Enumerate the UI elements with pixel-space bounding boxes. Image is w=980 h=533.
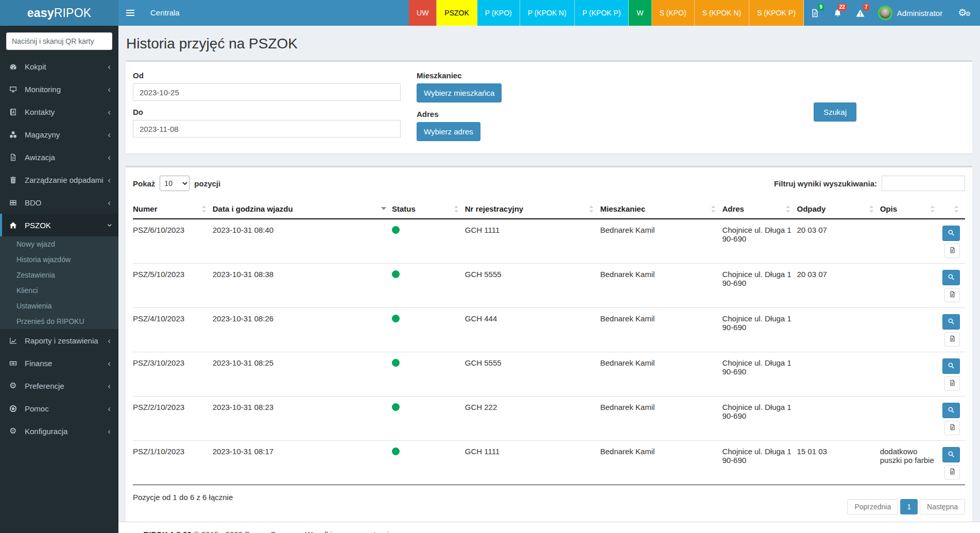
submenu-item-nowy-wjazd[interactable]: Nowy wjazd [0, 236, 118, 252]
page-length-control: Pokaż 10 pozycji [133, 176, 220, 191]
pagination-next-button[interactable]: Następna [920, 499, 965, 514]
gears-icon: ⚙ [9, 427, 21, 435]
column-header-mieszkaniec[interactable]: Mieszkaniec [600, 198, 722, 219]
qr-scan-input[interactable] [6, 32, 112, 50]
sort-both-icon [589, 205, 594, 213]
column-label: Mieszkaniec [600, 204, 645, 213]
chevron-left-icon: ‹ [108, 404, 111, 413]
sidebar-item-kontakty[interactable]: Kontakty‹ [0, 100, 118, 123]
column-header-actions[interactable] [941, 198, 965, 219]
submenu-item-przenieś-do-ripoku[interactable]: Przenieś do RIPOKU [0, 314, 118, 329]
sidebar-item-monitoring[interactable]: Monitoring‹ [0, 78, 118, 100]
module-button-p-kpo[interactable]: P (KPO) [477, 0, 520, 26]
sort-both-icon [954, 205, 959, 213]
pszok-submenu: Nowy wjazdHistoria wjazdówZestawieniaKli… [0, 236, 118, 329]
file-text-icon [9, 153, 21, 161]
app-logo[interactable]: easyRIPOK [0, 0, 118, 26]
module-button-s-kpo[interactable]: S (KPO) [652, 0, 695, 26]
view-entry-button[interactable] [942, 447, 960, 462]
sort-both-icon [869, 205, 874, 213]
cell-actions [941, 397, 965, 441]
sidebar-item-raporty-i-zestawienia[interactable]: Raporty i zestawienia‹ [0, 329, 118, 352]
document-button[interactable] [944, 244, 960, 258]
chevron-left-icon: ‹ [108, 336, 111, 345]
module-button-w[interactable]: W [629, 0, 651, 26]
from-date-input[interactable] [133, 83, 401, 101]
sidebar-item-kokpit[interactable]: Kokpit‹ [0, 55, 118, 78]
sidebar-item-zarządzanie-odpadami[interactable]: Zarządzanie odpadami‹ [0, 168, 118, 191]
column-header-odpady[interactable]: Odpady [797, 198, 880, 219]
to-date-input[interactable] [133, 120, 401, 137]
cell-nr-rejestracyjny: GCH 5555 [465, 264, 600, 308]
column-header-numer[interactable]: Numer [133, 198, 213, 219]
column-label: Data i godzina wjazdu [213, 204, 293, 213]
column-header-status[interactable]: Status [392, 198, 465, 219]
cell-mieszkaniec: Bednarek Kamil [600, 308, 722, 352]
view-entry-button[interactable] [942, 403, 960, 418]
bell-menu-button[interactable]: 22 [827, 0, 849, 26]
submenu-item-klienci[interactable]: Klienci [0, 283, 118, 298]
module-button-uw[interactable]: UW [409, 0, 437, 26]
document-button[interactable] [944, 421, 960, 435]
column-header-opis[interactable]: Opis [880, 198, 941, 219]
sidebar-item-label: Awizacja [25, 153, 108, 162]
cell-mieszkaniec: Bednarek Kamil [600, 441, 722, 485]
cell-opis: dodatkowo puszki po farbie [880, 441, 941, 485]
module-button-p-kpok-n[interactable]: P (KPOK N) [520, 0, 575, 26]
view-entry-button[interactable] [942, 358, 960, 374]
table-filter-input[interactable] [882, 176, 965, 191]
sidebar-item-konfiguracja[interactable]: ⚙Konfiguracja‹ [0, 420, 118, 442]
pagination-page-1-button[interactable]: 1 [900, 499, 918, 514]
view-entry-button[interactable] [942, 270, 960, 285]
body-row: Kokpit‹Monitoring‹Kontakty‹Magazyny‹Awiz… [0, 26, 980, 533]
sidebar-item-finanse[interactable]: Finanse‹ [0, 352, 118, 374]
module-button-pszok[interactable]: PSZOK [437, 0, 477, 26]
choose-address-button[interactable]: Wybierz adres [417, 122, 480, 141]
document-button[interactable] [944, 288, 960, 302]
submenu-item-historia-wjazdów[interactable]: Historia wjazdów [0, 252, 118, 267]
sidebar-item-pszok[interactable]: PSZOK‹ [0, 214, 118, 236]
entries-label: pozycji [194, 179, 220, 188]
column-header-adres[interactable]: Adres [722, 198, 797, 219]
submenu-item-zestawienia[interactable]: Zestawienia [0, 267, 118, 283]
user-menu[interactable]: Administrator [872, 0, 949, 26]
cell-adres: Chojnice ul. Długa 1 90-690 [722, 219, 797, 264]
page-footer: easyRIPOK 1.5.23© 2015 - 2023 Buwea Sp. … [118, 522, 980, 533]
sidebar-item-label: Kontakty [25, 108, 108, 116]
view-entry-button[interactable] [942, 226, 960, 241]
column-header-data-i-godzina-wjazdu[interactable]: Data i godzina wjazdu [213, 198, 392, 219]
choose-resident-button[interactable]: Wybierz mieszkańca [417, 83, 502, 102]
settings-menu-button[interactable]: ⚙⚙ [949, 0, 980, 26]
sidebar-toggle-button[interactable] [118, 0, 142, 26]
filter-panel: Od Do Mieszkaniec Wybierz mieszkańca Adr… [126, 60, 972, 153]
submenu-item-ustawienia[interactable]: Ustawienia [0, 298, 118, 314]
cell-actions [941, 264, 965, 308]
sidebar-item-bdo[interactable]: BDO‹ [0, 191, 118, 214]
cell-actions [941, 308, 965, 352]
cell-status [392, 441, 465, 485]
table-controls: Pokaż 10 pozycji Filtruj wyniki wyszukiw… [133, 175, 965, 198]
sidebar-item-label: Preferencje [25, 382, 108, 390]
column-header-nr-rejestracyjny[interactable]: Nr rejestracyjny [465, 198, 600, 219]
document-button[interactable] [944, 465, 960, 479]
view-entry-button[interactable] [942, 314, 960, 330]
search-button[interactable]: Szukaj [814, 102, 856, 122]
pagination-previous-button[interactable]: Poprzednia [847, 499, 898, 514]
sidebar-item-magazyny[interactable]: Magazyny‹ [0, 123, 118, 146]
module-button-p-kpok-p[interactable]: P (KPOK P) [575, 0, 629, 26]
dashboard-icon [9, 63, 21, 71]
module-button-s-kpok-n[interactable]: S (KPOK N) [695, 0, 749, 26]
column-label: Numer [133, 204, 158, 213]
filter-grid: Od Do Mieszkaniec Wybierz mieszkańca Adr… [133, 69, 965, 146]
document-button[interactable] [944, 376, 960, 391]
document-button[interactable] [944, 332, 960, 347]
money-icon [9, 359, 21, 367]
sidebar-item-pomoc[interactable]: Pomoc‹ [0, 397, 118, 420]
sidebar-item-awizacja[interactable]: Awizacja‹ [0, 146, 118, 168]
cell-opis [880, 264, 941, 308]
module-button-s-kpok-p[interactable]: S (KPOK P) [749, 0, 804, 26]
warning-menu-button[interactable]: 7 [849, 0, 872, 26]
sidebar-item-preferencje[interactable]: ⚙Preferencje‹ [0, 374, 118, 397]
file-text-menu-button[interactable]: 9 [804, 0, 827, 26]
page-length-select[interactable]: 10 [160, 176, 190, 191]
